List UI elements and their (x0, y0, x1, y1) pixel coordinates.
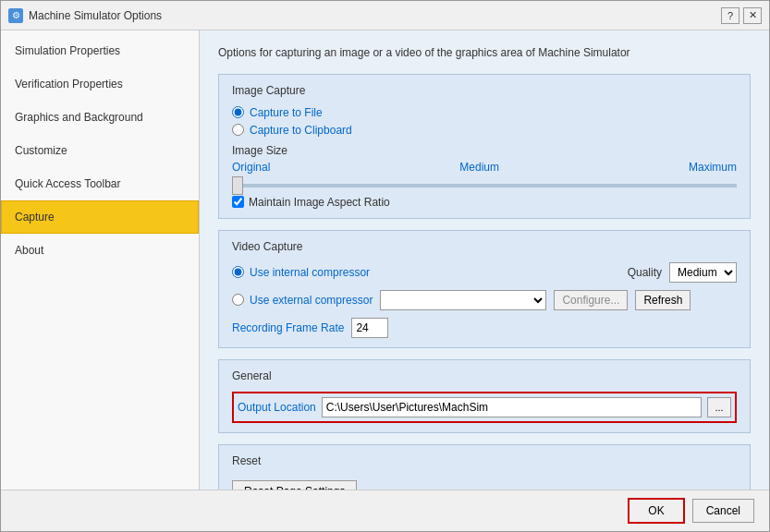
dialog-body: Simulation Properties Verification Prope… (1, 30, 769, 490)
dialog-footer: OK Cancel (1, 490, 769, 531)
general-section: General Output Location ... (218, 359, 751, 433)
content-area: Options for capturing an image or a vide… (200, 30, 769, 490)
radio-internal-compressor-input[interactable] (232, 266, 244, 278)
quality-select[interactable]: Low Medium High (669, 262, 737, 283)
radio-external-compressor-label: Use external compressor (250, 294, 373, 307)
app-icon: ⚙ (8, 8, 23, 23)
radio-external-compressor-input[interactable] (232, 294, 244, 306)
video-capture-title: Video Capture (232, 240, 737, 253)
video-capture-section: Video Capture Use internal compressor Qu… (218, 230, 751, 348)
sidebar-item-graphics-and-background[interactable]: Graphics and Background (1, 101, 199, 134)
radio-internal-compressor[interactable]: Use internal compressor (232, 266, 370, 279)
window-controls: ? ✕ (721, 7, 762, 24)
general-section-title: General (232, 369, 737, 382)
size-slider-labels: Original Medium Maximum (232, 161, 737, 174)
frame-rate-input[interactable] (351, 318, 388, 338)
refresh-button[interactable]: Refresh (635, 290, 691, 310)
reset-page-settings-button[interactable]: Reset Page Settings (232, 480, 357, 490)
size-slider-container (232, 177, 737, 190)
maintain-aspect-ratio-checkbox[interactable] (232, 196, 244, 208)
video-capture-content: Use internal compressor Quality Low Medi… (232, 262, 737, 338)
reset-section-title: Reset (232, 454, 737, 467)
external-compressor-select[interactable] (380, 290, 546, 310)
sidebar-item-verification-properties[interactable]: Verification Properties (1, 67, 199, 101)
ok-button[interactable]: OK (628, 498, 684, 524)
sidebar-item-customize[interactable]: Customize (1, 134, 199, 167)
sidebar-item-quick-access-toolbar[interactable]: Quick Access Toolbar (1, 167, 199, 200)
close-button[interactable]: ✕ (743, 7, 762, 24)
size-label-medium: Medium (459, 161, 499, 174)
maintain-aspect-ratio-label: Maintain Image Aspect Ratio (249, 196, 390, 209)
output-location-label: Output Location (238, 401, 316, 414)
size-label-maximum: Maximum (689, 161, 737, 174)
sidebar-item-capture[interactable]: Capture (1, 200, 199, 234)
title-bar: ⚙ Machine Simulator Options ? ✕ (1, 1, 769, 30)
image-capture-radio-group: Capture to File Capture to Clipboard (232, 106, 737, 137)
cancel-button[interactable]: Cancel (692, 499, 754, 523)
browse-button[interactable]: ... (707, 397, 731, 417)
sidebar: Simulation Properties Verification Prope… (1, 30, 200, 490)
radio-capture-to-file[interactable]: Capture to File (232, 106, 737, 119)
reset-section: Reset Reset Page Settings (218, 444, 751, 490)
radio-external-compressor[interactable]: Use external compressor (232, 294, 373, 307)
image-size-label: Image Size (232, 144, 737, 157)
radio-capture-to-file-label: Capture to File (250, 106, 323, 119)
radio-capture-to-file-input[interactable] (232, 106, 244, 118)
radio-capture-to-clipboard-input[interactable] (232, 124, 244, 136)
external-compressor-row: Use external compressor Configure... Ref… (232, 290, 737, 310)
dialog-title: Machine Simulator Options (29, 9, 721, 22)
radio-internal-compressor-label: Use internal compressor (250, 266, 370, 279)
size-label-original: Original (232, 161, 270, 174)
sidebar-item-simulation-properties[interactable]: Simulation Properties (1, 34, 199, 67)
sidebar-item-about[interactable]: About (1, 234, 199, 267)
content-description: Options for capturing an image or a vide… (218, 45, 751, 61)
image-capture-section: Image Capture Capture to File Capture to… (218, 74, 751, 219)
image-size-section: Image Size Original Medium Maximum Maint… (232, 144, 737, 209)
internal-compressor-row: Use internal compressor Quality Low Medi… (232, 262, 737, 283)
dialog-window: ⚙ Machine Simulator Options ? ✕ Simulati… (0, 0, 770, 532)
radio-capture-to-clipboard[interactable]: Capture to Clipboard (232, 124, 737, 137)
image-size-slider[interactable] (232, 184, 737, 187)
quality-label: Quality (628, 266, 662, 279)
output-location-input[interactable] (322, 397, 702, 417)
aspect-ratio-row: Maintain Image Aspect Ratio (232, 196, 737, 209)
image-capture-title: Image Capture (232, 84, 737, 97)
frame-rate-row: Recording Frame Rate (232, 318, 737, 338)
frame-rate-label: Recording Frame Rate (232, 321, 344, 334)
output-location-wrapper: Output Location ... (232, 392, 737, 423)
radio-capture-to-clipboard-label: Capture to Clipboard (250, 124, 352, 137)
help-button[interactable]: ? (721, 7, 739, 24)
configure-button[interactable]: Configure... (554, 290, 628, 310)
